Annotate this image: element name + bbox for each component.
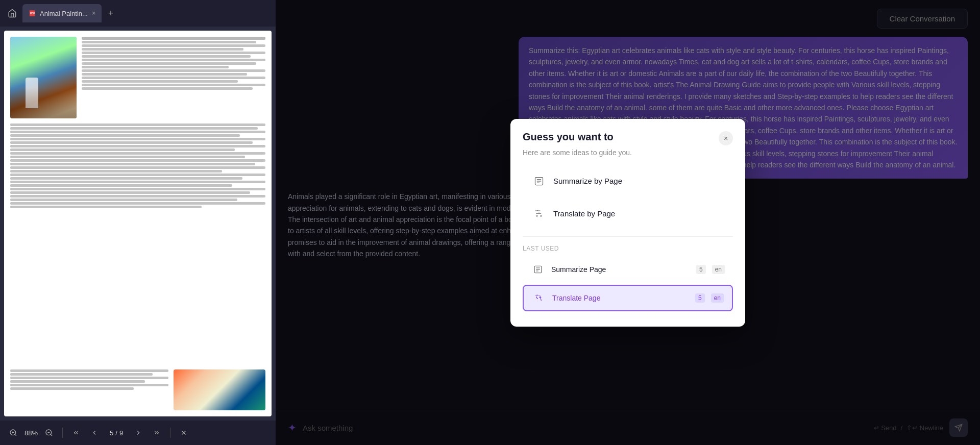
modal-subtitle: Here are some ideas to guide you. — [523, 149, 733, 157]
svg-text:PDF: PDF — [30, 12, 35, 15]
zoom-out-button[interactable] — [42, 426, 56, 440]
zoom-value: 88% — [24, 429, 38, 437]
tab-bar: PDF Animal Paintin... × + — [0, 0, 276, 27]
svg-line-7 — [51, 434, 52, 436]
pdf-panel: PDF Animal Paintin... × + — [0, 0, 276, 445]
toolbar-separator-1 — [62, 428, 63, 438]
modal-header: Guess you want to × — [523, 131, 733, 145]
current-page: 5 — [110, 429, 113, 437]
total-pages: 9 — [119, 429, 123, 437]
translate-by-page-label: Translate by Page — [553, 209, 615, 218]
zoom-in-button[interactable] — [6, 426, 20, 440]
pdf-content-area — [4, 31, 272, 416]
pdf-image — [10, 37, 77, 118]
chat-panel: Clear Conversation Summarize this: Egypt… — [276, 0, 980, 445]
history-translate-page-badge: 5 — [695, 293, 705, 303]
history-summarize-page-badge: 5 — [696, 265, 706, 274]
pdf-bottom — [10, 369, 265, 410]
history-translate-page[interactable]: Translate Page 5 en — [523, 285, 733, 311]
tab-close-button[interactable]: × — [92, 10, 95, 16]
history-summarize-page[interactable]: Summarize Page 5 en — [523, 257, 733, 282]
modal-overlay[interactable]: Guess you want to × Here are some ideas … — [276, 0, 980, 445]
history-translate-lang-badge: en — [711, 293, 724, 303]
summarize-by-page-action[interactable]: Summarize by Page — [523, 167, 733, 195]
summarize-icon — [531, 173, 547, 189]
next-page-button[interactable] — [131, 426, 145, 440]
history-summarize-lang-badge: en — [712, 265, 725, 274]
svg-line-3 — [15, 434, 16, 436]
last-used-label: Last used — [523, 245, 733, 252]
pdf-page — [4, 31, 272, 416]
pdf-main-text — [10, 123, 265, 365]
history-summarize-label: Summarize Page — [551, 265, 690, 274]
history-summarize-icon — [531, 262, 545, 277]
pdf-toolbar: 88% 5 / 9 — [0, 421, 276, 445]
history-translate-icon — [532, 291, 546, 305]
pdf-text-right — [82, 37, 265, 118]
summarize-by-page-label: Summarize by Page — [553, 177, 622, 185]
modal-title: Guess you want to — [523, 131, 614, 143]
page-info: 5 / 9 — [106, 429, 127, 437]
page-separator: / — [115, 429, 117, 437]
guess-modal: Guess you want to × Here are some ideas … — [510, 119, 745, 327]
tab-label: Animal Paintin... — [40, 10, 88, 17]
pdf-image-bottom — [174, 369, 265, 410]
modal-divider — [523, 236, 733, 237]
home-button[interactable] — [4, 5, 20, 21]
last-page-button[interactable] — [150, 426, 164, 440]
translate-by-page-action[interactable]: Translate by Page — [523, 200, 733, 228]
pdf-icon: PDF — [29, 10, 36, 17]
close-pdf-button[interactable] — [177, 426, 191, 440]
toolbar-separator-2 — [170, 428, 170, 438]
add-tab-button[interactable]: + — [104, 6, 118, 20]
first-page-button[interactable] — [69, 426, 83, 440]
history-translate-label: Translate Page — [552, 294, 689, 302]
modal-close-button[interactable]: × — [719, 131, 733, 145]
pdf-tab[interactable]: PDF Animal Paintin... × — [22, 4, 102, 22]
prev-page-button[interactable] — [87, 426, 102, 440]
translate-icon — [531, 206, 547, 222]
